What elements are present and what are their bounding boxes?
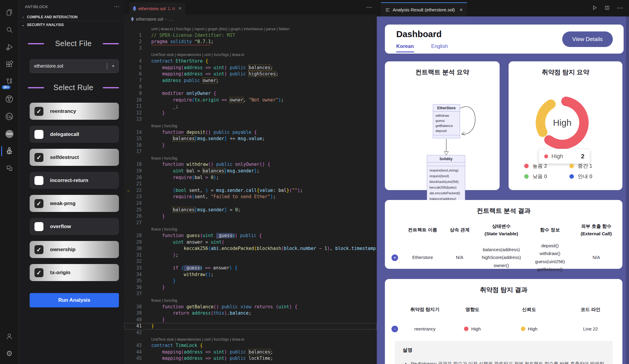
code-line[interactable]: 25 balances[msg.sender] = 0; — [124, 207, 377, 213]
code-line[interactable]: 43contract TimeLock { — [124, 342, 377, 349]
code-line[interactable]: 44 mapping(address => uint) public balan… — [124, 349, 377, 356]
rule-reentrancy[interactable]: ✓reentrancy — [30, 103, 119, 120]
code-line[interactable]: 34 withdraw(); — [124, 272, 377, 278]
codelens-line[interactable]: ftrace | funcSig — [124, 123, 377, 129]
feedback-icon[interactable] — [0, 160, 19, 177]
code-line[interactable]: 13 — [124, 116, 377, 123]
account-icon[interactable] — [0, 327, 19, 345]
checkbox-unchecked-icon[interactable] — [34, 222, 43, 231]
checkbox-checked-icon[interactable]: ✓ — [34, 245, 43, 254]
code-line[interactable]: 5 mapping(address => uint) public balanc… — [124, 65, 377, 71]
rule-incorrect-return[interactable]: incorrect-return — [30, 172, 119, 189]
tab-english[interactable]: English — [431, 43, 448, 52]
tab-analysis-result[interactable]: Analysis Result (etherstore.sol) ✕ — [381, 2, 467, 16]
tab-etherstore-sol[interactable]: etherstore.sol 1, U ✕ — [129, 2, 185, 14]
code-line[interactable]: 32 — [124, 258, 377, 265]
section-compile-and-interaction[interactable]: › COMPILE AND INTERACTION — [19, 13, 124, 21]
code-line[interactable]: 8 — [124, 84, 377, 90]
rule-overflow[interactable]: overflow — [30, 218, 119, 235]
checkbox-unchecked-icon[interactable] — [34, 130, 43, 139]
codelens-line[interactable]: UnitTest stub | dependencies | uml | fun… — [124, 51, 377, 58]
expand-plus-icon[interactable]: + — [391, 254, 398, 261]
collapse-minus-icon[interactable]: - — [391, 326, 398, 332]
codelens-line[interactable]: ftrace | funcSig — [124, 297, 377, 304]
codelens-line[interactable]: UnitTest stub | dependencies | uml | fun… — [124, 336, 377, 343]
code-line[interactable]: 20 require(bal > 0); — [124, 175, 377, 181]
code-line[interactable]: 7 address public owner; — [124, 78, 377, 84]
code-line[interactable]: 16 } — [124, 142, 377, 149]
run-analysis-button[interactable]: Run Analysis — [30, 293, 119, 307]
rule-tx-origin[interactable]: ✓tx-origin — [30, 264, 119, 281]
code-line[interactable]: 1// SPDX-License-Identifier: MIT — [124, 32, 377, 39]
code-line[interactable]: 28 function guess(uint _guess⬆) public { — [124, 233, 377, 239]
breadcrumb-file[interactable]: etherstore.sol — [136, 16, 163, 22]
checkbox-unchecked-icon[interactable] — [34, 176, 43, 185]
close-icon[interactable]: ✕ — [178, 6, 182, 11]
code-line[interactable]: 4contract EtherStore { — [124, 58, 377, 65]
extensions-icon[interactable] — [0, 56, 19, 73]
rule-ownership[interactable]: ✓ownership — [30, 241, 119, 258]
rule-weak-prng[interactable]: ✓weak-prng — [30, 195, 119, 212]
section-security-analysis[interactable]: ⌄ SECURITY ANALYSIS — [19, 21, 124, 29]
code-line[interactable]: 33 if (_guess⬆ == answer) { — [124, 265, 377, 272]
code-line[interactable]: 15 balances[msg.sender] += msg.value; — [124, 136, 377, 142]
code-line[interactable]: 21 — [124, 181, 377, 187]
code-line[interactable]: 35 } — [124, 278, 377, 284]
code-line[interactable]: 2pragma solidity ^0.7.1; — [124, 39, 377, 45]
code-area[interactable]: uml | draw.io | funcSigs | report | grap… — [124, 23, 377, 364]
code-line[interactable]: 29 uint answer = uint( — [124, 239, 377, 246]
code-line[interactable]: 11 _; — [124, 103, 377, 110]
view-details-button[interactable]: View Details — [562, 31, 613, 47]
settings-gear-icon[interactable]: ⚙ — [0, 345, 19, 362]
editor-more-actions-icon[interactable]: ⋯ — [366, 4, 372, 11]
run-debug-icon[interactable] — [0, 38, 19, 56]
sidebar-menu-icon[interactable]: ⋯ — [114, 3, 120, 10]
code-line[interactable]: 45 mapping(address => uint) public lockT… — [124, 355, 377, 362]
code-line[interactable]: 17 — [124, 148, 377, 155]
explorer-icon[interactable] — [0, 4, 19, 21]
code-line[interactable]: 3 — [124, 45, 377, 52]
run-play-icon[interactable] — [592, 5, 597, 10]
severity-donut-chart[interactable]: High — [531, 91, 594, 154]
split-editor-icon[interactable] — [604, 5, 610, 10]
antiblock-bug-icon[interactable] — [0, 142, 19, 160]
network-extension-icon[interactable]: 1K+ — [0, 73, 19, 90]
code-line[interactable]: 41} — [124, 323, 377, 330]
checkbox-checked-icon[interactable]: ✓ — [34, 107, 43, 116]
code-line[interactable]: 10 require(tx.origin == owner, "Not owne… — [124, 97, 377, 104]
code-line[interactable]: 23 require(sent, "Failed to send Ether")… — [124, 194, 377, 200]
tab-korean[interactable]: Korean — [396, 43, 414, 52]
breadcrumb[interactable]: etherstore.sol › … — [124, 14, 377, 23]
close-icon[interactable]: ✕ — [459, 7, 463, 12]
code-line[interactable]: 19 uint bal = balances[msg.sender]; — [124, 168, 377, 175]
codelens-line[interactable]: uml | draw.io | funcSigs | report | grap… — [124, 26, 377, 32]
codelens-line[interactable]: ftrace | funcSig — [124, 226, 377, 233]
more-actions-icon[interactable]: ⋯ — [617, 4, 623, 11]
rule-selfdestruct[interactable]: ✓selfdestruct — [30, 149, 119, 166]
code-line[interactable]: 22⚠ (bool sent, ) = msg.sender.call{valu… — [124, 187, 377, 194]
code-line[interactable]: 30 keccak256(abi.encodePacked(blockhash(… — [124, 245, 377, 252]
code-inspect-icon[interactable] — [0, 108, 19, 125]
code-line[interactable]: 9 modifier onlyOwner { — [124, 90, 377, 97]
code-line[interactable]: 38 function getBalance() public view ret… — [124, 304, 377, 310]
code-line[interactable]: 18 function withdraw() public onlyOwner(… — [124, 161, 377, 168]
code-line[interactable]: 24 — [124, 200, 377, 207]
breadcrumb-more[interactable]: … — [169, 16, 173, 22]
code-line[interactable]: 26 } — [124, 213, 377, 220]
json-extension-icon[interactable]: Json — [0, 125, 19, 142]
search-icon[interactable] — [0, 21, 19, 38]
code-line[interactable]: 14 function deposit() public payable { — [124, 129, 377, 136]
code-line[interactable]: 42 — [124, 330, 377, 336]
code-line[interactable]: 39 return address(this).balance; — [124, 310, 377, 317]
code-line[interactable]: 36 } — [124, 284, 377, 291]
rule-delegatecall[interactable]: delegatecall — [30, 126, 119, 143]
codelens-line[interactable]: ftrace | funcSig — [124, 155, 377, 162]
code-line[interactable]: 40 } — [124, 317, 377, 323]
code-line[interactable]: 12 } — [124, 110, 377, 116]
code-line[interactable]: 6 mapping(address => uint) public highSc… — [124, 71, 377, 78]
git-graph-icon[interactable] — [0, 90, 19, 108]
webview-scrollbar[interactable] — [626, 16, 629, 364]
checkbox-checked-icon[interactable]: ✓ — [34, 153, 43, 162]
checkbox-checked-icon[interactable]: ✓ — [34, 268, 43, 277]
file-select-dropdown[interactable]: etherstore.sol ▼ — [30, 59, 119, 73]
